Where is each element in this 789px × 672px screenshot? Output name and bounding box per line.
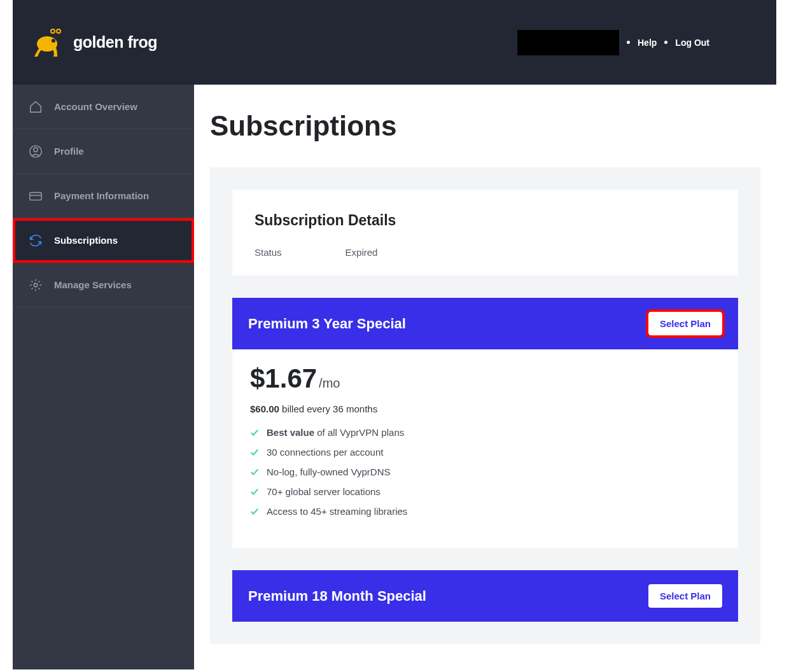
- feature-item: Access to 45+ streaming libraries: [250, 506, 720, 517]
- sidebar-item-label: Account Overview: [54, 101, 137, 112]
- help-link[interactable]: Help: [638, 38, 657, 48]
- svg-point-3: [52, 39, 55, 43]
- sidebar: Account Overview Profile: [13, 85, 194, 669]
- svg-point-8: [34, 283, 38, 287]
- sidebar-item-label: Payment Information: [54, 190, 149, 201]
- svg-rect-6: [30, 192, 41, 200]
- logout-link[interactable]: Log Out: [675, 38, 709, 48]
- status-value: Expired: [346, 247, 378, 258]
- check-icon: [250, 487, 259, 496]
- select-plan-button[interactable]: Select Plan: [648, 312, 722, 335]
- feature-item: No-log, fully-owned VyprDNS: [250, 466, 720, 477]
- status-row: Status Expired: [255, 247, 716, 258]
- feature-item: Best value of all VyprVPN plans: [250, 427, 720, 438]
- page-title: Subscriptions: [210, 110, 760, 142]
- card-icon: [29, 189, 43, 203]
- svg-point-1: [51, 29, 55, 33]
- feature-item: 70+ global server locations: [250, 486, 720, 497]
- price-period: /mo: [319, 376, 340, 391]
- plan-card-3year: Premium 3 Year Special Select Plan $1.67…: [232, 298, 738, 548]
- sidebar-item-profile[interactable]: Profile: [13, 129, 194, 174]
- check-icon: [250, 448, 259, 457]
- sidebar-item-payment-information[interactable]: Payment Information: [13, 174, 194, 218]
- check-icon: [250, 507, 259, 516]
- check-icon: [250, 468, 259, 477]
- sidebar-item-label: Manage Services: [54, 279, 132, 290]
- header-right: Help Log Out: [517, 30, 709, 55]
- profile-icon: [29, 144, 43, 158]
- svg-point-2: [57, 29, 60, 33]
- separator-dot: [627, 41, 630, 44]
- brand-logo[interactable]: golden frog: [32, 25, 157, 60]
- plan-title: Premium 3 Year Special: [248, 316, 406, 332]
- billed-text: billed every 36 months: [279, 403, 377, 414]
- price-line: $1.67 /mo: [250, 363, 720, 394]
- status-label: Status: [255, 247, 282, 258]
- top-header: golden frog Help Log Out: [13, 0, 776, 85]
- subscription-details-card: Subscription Details Status Expired: [232, 190, 738, 276]
- sidebar-item-label: Profile: [54, 146, 84, 157]
- separator-dot: [664, 41, 667, 44]
- billed-amount: $60.00: [250, 403, 279, 414]
- check-icon: [250, 428, 259, 437]
- gear-icon: [29, 278, 43, 292]
- frog-icon: [32, 25, 67, 60]
- billing-line: $60.00 billed every 36 months: [250, 403, 720, 414]
- sidebar-item-label: Subscriptions: [54, 235, 118, 246]
- select-plan-button[interactable]: Select Plan: [648, 584, 722, 608]
- sidebar-item-account-overview[interactable]: Account Overview: [13, 85, 194, 129]
- plan-card-18month: Premium 18 Month Special Select Plan: [232, 570, 738, 622]
- sidebar-item-subscriptions[interactable]: Subscriptions: [13, 218, 194, 263]
- feature-item: 30 connections per account: [250, 447, 720, 458]
- user-block: [517, 30, 619, 55]
- price-amount: $1.67: [250, 363, 317, 394]
- sidebar-item-manage-services[interactable]: Manage Services: [13, 263, 194, 307]
- home-icon: [29, 100, 43, 114]
- plan-header: Premium 18 Month Special Select Plan: [232, 570, 738, 622]
- details-heading: Subscription Details: [255, 212, 716, 229]
- content-area: Subscription Details Status Expired Prem…: [210, 167, 760, 644]
- plan-header: Premium 3 Year Special Select Plan: [232, 298, 738, 349]
- brand-name: golden frog: [73, 33, 157, 52]
- svg-point-5: [34, 148, 38, 151]
- sync-icon: [29, 234, 43, 248]
- main-content: Subscriptions Subscription Details Statu…: [194, 85, 776, 669]
- plan-title: Premium 18 Month Special: [248, 588, 426, 605]
